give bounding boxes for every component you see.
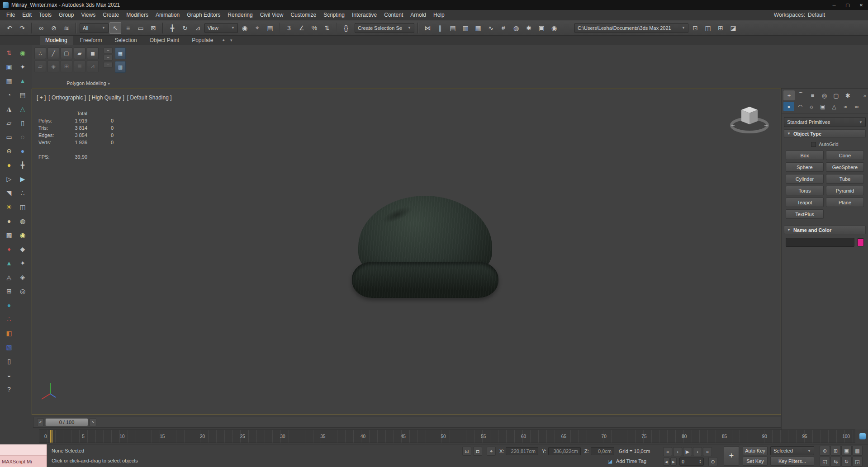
named-selection-sets-dropdown[interactable]: Create Selection Se▼	[355, 23, 414, 33]
ribbon-mini-button[interactable]: ─	[104, 62, 113, 68]
utilities-tab[interactable]: ✱	[842, 90, 854, 100]
object-type-button[interactable]: Box	[786, 151, 824, 160]
ribbon-tab[interactable]: Populate	[186, 36, 218, 45]
viewport-label-segment[interactable]: [ + ]	[37, 94, 46, 101]
dock-tool-button[interactable]: ◎	[16, 284, 29, 298]
geometry-category[interactable]: ●	[783, 102, 794, 111]
reference-coordinate-dropdown[interactable]: View▼	[204, 23, 238, 33]
previous-key-button[interactable]: ◂	[663, 458, 669, 466]
dock-tool-button[interactable]: ▤	[16, 88, 29, 102]
maxscript-macro-line[interactable]	[0, 444, 47, 456]
object-type-button[interactable]: Tube	[826, 174, 864, 184]
close-button[interactable]: ✕	[854, 0, 868, 10]
create-tab[interactable]: +	[783, 90, 795, 100]
select-and-scale-button[interactable]: ⊿	[192, 22, 204, 34]
rendered-frame-window-button[interactable]: ▣	[536, 22, 547, 34]
ribbon-toggle-button[interactable]: ▥	[115, 61, 126, 73]
menu-item[interactable]: Scripting	[320, 10, 348, 20]
dock-tool-button[interactable]: ◧	[2, 326, 16, 340]
current-frame-marker[interactable]	[50, 430, 53, 443]
edit-named-selection-sets-button[interactable]: {}	[340, 22, 352, 34]
curve-editor-button[interactable]: ∿	[485, 22, 497, 34]
menu-item[interactable]: Civil View	[256, 10, 287, 20]
dock-tool-button[interactable]: ◮	[2, 102, 16, 116]
frame-spinner[interactable]: ▲▼	[699, 459, 702, 464]
toolbar-button[interactable]: ◪	[727, 22, 739, 34]
object-type-button[interactable]: Pyramid	[826, 186, 864, 195]
z-coordinate-field[interactable]: 0,0cm	[591, 447, 614, 455]
primitive-category-dropdown[interactable]: Standard Primitives▼	[784, 117, 866, 127]
maximize-viewport-toggle[interactable]: ◲	[852, 457, 863, 467]
zoom-button[interactable]: ⊕	[820, 446, 830, 456]
dock-tool-button[interactable]: ╋	[16, 158, 29, 172]
dock-tool-button[interactable]: ◔	[2, 88, 16, 102]
dock-tool-button[interactable]: ▲	[16, 74, 29, 88]
dock-tool-button[interactable]: ▶	[16, 172, 29, 186]
dock-tool-button[interactable]: ▯	[16, 116, 29, 130]
menu-item[interactable]: Modifiers	[123, 10, 152, 20]
workspaces-selector[interactable]: Workspaces: Default	[774, 12, 868, 18]
bind-to-space-warp-button[interactable]: ≋	[61, 22, 72, 34]
ribbon-toggle-button[interactable]: ▦	[115, 47, 126, 59]
dock-tool-button[interactable]: ◫	[16, 200, 29, 214]
beanie-model[interactable]	[352, 196, 498, 298]
dock-tool-button[interactable]: ▯	[2, 354, 16, 368]
go-to-start-button[interactable]: «	[663, 447, 672, 456]
menu-item[interactable]: File	[3, 10, 19, 20]
ribbon-section-caption[interactable]: Polygon Modeling▾	[34, 80, 142, 86]
rectangular-selection-region-button[interactable]: ▭	[135, 22, 147, 34]
viewport-label-segment[interactable]: [ High Quality ]	[89, 94, 124, 101]
toggle-layer-explorer-button[interactable]: ▥	[460, 22, 471, 34]
y-coordinate-field[interactable]: 386,822cm	[548, 447, 581, 455]
x-coordinate-field[interactable]: 220,817cm	[506, 447, 538, 455]
project-folder-dropdown[interactable]: C:\Users\Lesha\Documents\3ds Max 2021▼	[574, 23, 688, 33]
snaps-toggle[interactable]: 3	[283, 22, 295, 34]
view-cube[interactable]	[729, 101, 770, 138]
absolute-mode-toggle[interactable]: ⌖	[487, 447, 496, 456]
viewport-label-segment[interactable]: [ Default Shading ]	[127, 94, 172, 101]
dock-tool-button[interactable]: ◉	[16, 228, 29, 242]
next-key-button[interactable]: ▸	[670, 458, 677, 466]
spinner-snap-toggle[interactable]: ⇅	[321, 22, 333, 34]
play-button[interactable]: ▶	[683, 447, 692, 456]
select-and-rotate-button[interactable]: ↻	[179, 22, 191, 34]
ribbon-small-button[interactable]: ◈	[47, 61, 59, 72]
set-key-button[interactable]: Set Key	[743, 457, 768, 466]
select-by-name-button[interactable]: ≡	[122, 22, 134, 34]
dock-tool-button[interactable]: ▧	[2, 340, 16, 354]
ribbon-mini-button[interactable]: ─	[104, 47, 113, 53]
percent-snap-toggle[interactable]: %	[308, 22, 320, 34]
ribbon-tab[interactable]: Object Paint	[144, 36, 185, 45]
dock-tool-button[interactable]: ◍	[16, 214, 29, 228]
panel-overflow-icon[interactable]: »	[863, 93, 866, 98]
zoom-region-button[interactable]: ◱	[820, 457, 830, 467]
display-tab[interactable]: ▢	[830, 90, 842, 100]
dock-tool-button[interactable]: ◥	[2, 186, 16, 200]
use-pivot-point-center-button[interactable]: ◉	[239, 22, 251, 34]
dock-tool-button[interactable]: ◆	[16, 242, 29, 256]
zoom-extents-button[interactable]: ▣	[841, 446, 852, 456]
dock-tool-button[interactable]: ▦	[2, 74, 16, 88]
lights-category[interactable]: ☼	[806, 102, 817, 111]
menu-item[interactable]: Interactive	[348, 10, 380, 20]
select-and-manipulate-button[interactable]: ⌖	[251, 22, 263, 34]
isolate-selection-toggle[interactable]: ⊡	[462, 447, 471, 456]
systems-category[interactable]: ∞	[851, 102, 862, 111]
menu-item[interactable]: Views	[77, 10, 99, 20]
undo-button[interactable]: ↶	[4, 22, 15, 34]
dock-tool-button[interactable]: ✦	[16, 256, 29, 270]
ribbon-tab[interactable]: Modeling	[40, 36, 73, 45]
dock-tool-button[interactable]: ▩	[2, 228, 16, 242]
object-type-button[interactable]: Cone	[826, 151, 864, 160]
dock-tool-button[interactable]: ◌	[16, 130, 29, 144]
keyboard-shortcut-override-toggle[interactable]: ▤	[264, 22, 276, 34]
maximize-button[interactable]: ▢	[841, 0, 854, 10]
object-type-button[interactable]: Plane	[826, 198, 864, 207]
dock-tool-button[interactable]: ⊖	[2, 144, 16, 158]
menu-item[interactable]: Create	[99, 10, 123, 20]
timeline-ruler[interactable]: 0510152025303540455055606570758085909510…	[39, 429, 855, 443]
ribbon-small-button[interactable]: ⊞	[61, 61, 72, 72]
material-editor-button[interactable]: ◍	[510, 22, 522, 34]
toolbar-button[interactable]: ⊡	[689, 22, 701, 34]
modify-tab[interactable]: ⌒	[795, 90, 806, 100]
